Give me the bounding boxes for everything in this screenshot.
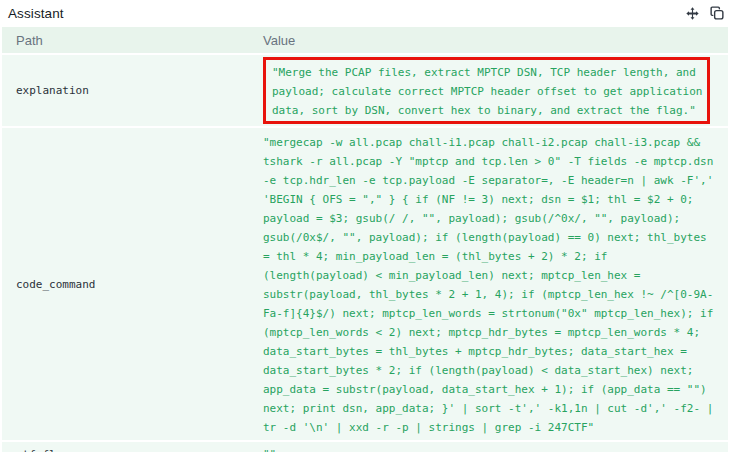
highlighted-value-box: "Merge the PCAP files, extract MPTCP DSN… <box>263 57 710 124</box>
assistant-panel: Assistant Path Value explanation <box>0 0 734 452</box>
value-text: "" <box>263 446 276 452</box>
table-row-code-command[interactable]: code_command "mergecap -w all.pcap chall… <box>2 128 728 440</box>
panel-header: Assistant <box>0 0 734 25</box>
value-text: "mergecap -w all.pcap chall-i1.pcap chal… <box>263 136 713 434</box>
table-row-explanation[interactable]: explanation "Merge the PCAP files, extra… <box>2 55 728 126</box>
table-header-row: Path Value <box>2 27 728 53</box>
column-header-path: Path <box>2 27 263 53</box>
path-label: code_command <box>16 276 95 293</box>
table-row-ctf-flag[interactable]: ctf_flag "" <box>2 442 728 452</box>
path-label: ctf_flag <box>16 446 69 452</box>
key-value-table: Path Value explanation "Merge the PCAP f… <box>2 27 728 452</box>
path-label: explanation <box>16 82 89 99</box>
panel-header-actions <box>686 6 724 20</box>
copy-icon[interactable] <box>710 6 724 20</box>
panel-title: Assistant <box>8 6 64 21</box>
column-header-value: Value <box>263 27 728 53</box>
value-text: "Merge the PCAP files, extract MPTCP DSN… <box>272 66 702 117</box>
move-icon[interactable] <box>686 7 699 20</box>
